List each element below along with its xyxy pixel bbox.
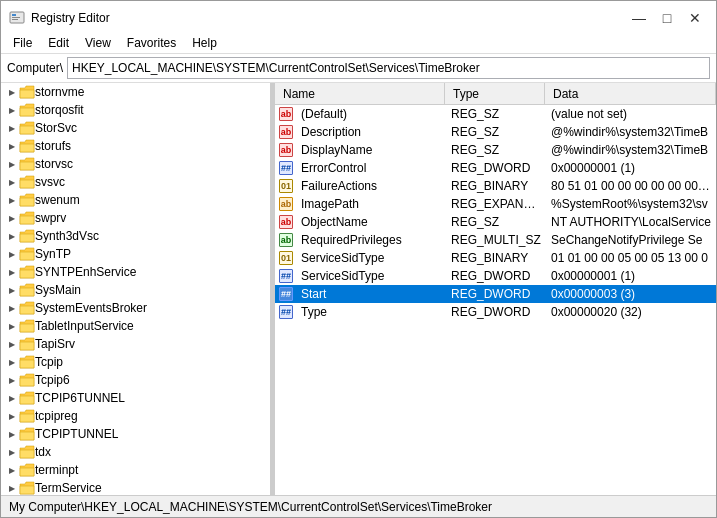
tree-toggle[interactable]: [5, 85, 19, 99]
tree-label: SYNTPEnhService: [35, 265, 136, 279]
tree-item-syntpenhservice[interactable]: SYNTPEnhService: [1, 263, 270, 281]
tree-toggle[interactable]: [5, 157, 19, 171]
tree-toggle[interactable]: [5, 481, 19, 495]
tree-item-swprv[interactable]: swprv: [1, 209, 270, 227]
reg-row-description[interactable]: ab Description REG_SZ @%windir%\system32…: [275, 123, 716, 141]
reg-row-start[interactable]: ## Start REG_DWORD 0x00000003 (3): [275, 285, 716, 303]
folder-icon: [19, 337, 35, 351]
tree-item-tcpiptunnel[interactable]: TCPIPTUNNEL: [1, 425, 270, 443]
reg-row-default[interactable]: ab (Default) REG_SZ (value not set): [275, 105, 716, 123]
close-button[interactable]: ✕: [682, 7, 708, 29]
tree-item-terminpt[interactable]: terminpt: [1, 461, 270, 479]
title-controls: — □ ✕: [626, 7, 708, 29]
tree-item-syntp[interactable]: SynTP: [1, 245, 270, 263]
tree-toggle[interactable]: [5, 175, 19, 189]
minimize-button[interactable]: —: [626, 7, 652, 29]
tree-toggle[interactable]: [5, 409, 19, 423]
col-header-type[interactable]: Type: [445, 83, 545, 104]
tree-label: StorSvc: [35, 121, 77, 135]
tree-toggle[interactable]: [5, 211, 19, 225]
reg-cell-data: 0x00000003 (3): [547, 287, 716, 301]
tree-toggle[interactable]: [5, 121, 19, 135]
tree-item-tdx[interactable]: tdx: [1, 443, 270, 461]
menu-help[interactable]: Help: [184, 33, 225, 53]
reg-row-objectname[interactable]: ab ObjectName REG_SZ NT AUTHORITY\LocalS…: [275, 213, 716, 231]
menu-view[interactable]: View: [77, 33, 119, 53]
tree-toggle[interactable]: [5, 445, 19, 459]
menu-favorites[interactable]: Favorites: [119, 33, 184, 53]
column-headers: Name Type Data: [275, 83, 716, 105]
tree-toggle[interactable]: [5, 193, 19, 207]
tree-toggle[interactable]: [5, 103, 19, 117]
tree-item-svsvc[interactable]: svsvc: [1, 173, 270, 191]
reg-cell-name: ErrorControl: [297, 161, 447, 175]
tree-toggle[interactable]: [5, 229, 19, 243]
col-header-name[interactable]: Name: [275, 83, 445, 104]
reg-cell-data: %SystemRoot%\system32\sv: [547, 197, 716, 211]
tree-item-storqosfit[interactable]: storqosfit: [1, 101, 270, 119]
tree-item-stornvme[interactable]: stornvme: [1, 83, 270, 101]
tree-scroll[interactable]: stornvme storqosfit StorSv: [1, 83, 270, 495]
reg-cell-type: REG_SZ: [447, 107, 547, 121]
tree-toggle[interactable]: [5, 265, 19, 279]
tree-item-sysmain[interactable]: SysMain: [1, 281, 270, 299]
tree-toggle[interactable]: [5, 391, 19, 405]
tree-label: SynTP: [35, 247, 71, 261]
maximize-button[interactable]: □: [654, 7, 680, 29]
tree-label: storqosfit: [35, 103, 84, 117]
tree-toggle[interactable]: [5, 319, 19, 333]
tree-item-storufs[interactable]: storufs: [1, 137, 270, 155]
tree-item-storsvc[interactable]: StorSvc: [1, 119, 270, 137]
tree-item-tcpip6tunnel[interactable]: TCPIP6TUNNEL: [1, 389, 270, 407]
reg-row-type[interactable]: ## Type REG_DWORD 0x00000020 (32): [275, 303, 716, 321]
reg-row-failureactions[interactable]: 01 FailureActions REG_BINARY 80 51 01 00…: [275, 177, 716, 195]
tree-toggle[interactable]: [5, 355, 19, 369]
folder-icon: [19, 121, 35, 135]
menu-file[interactable]: File: [5, 33, 40, 53]
tree-label: stornvme: [35, 85, 84, 99]
reg-row-imagepath[interactable]: ab ImagePath REG_EXPAND_SZ %SystemRoot%\…: [275, 195, 716, 213]
tree-item-tcpip[interactable]: Tcpip: [1, 353, 270, 371]
tree-item-storvsc[interactable]: storvsc: [1, 155, 270, 173]
folder-icon: [19, 427, 35, 441]
col-header-data[interactable]: Data: [545, 83, 716, 104]
right-panel: Name Type Data ab (Default) REG_SZ (valu…: [275, 83, 716, 495]
folder-icon: [19, 373, 35, 387]
tree-item-swenum[interactable]: swenum: [1, 191, 270, 209]
tree-toggle[interactable]: [5, 427, 19, 441]
reg-row-requiredprivileges[interactable]: ab RequiredPrivileges REG_MULTI_SZ SeCha…: [275, 231, 716, 249]
reg-icon-binary: 01: [279, 179, 295, 193]
tree-item-tcpipreg[interactable]: tcpipreg: [1, 407, 270, 425]
reg-cell-name: Type: [297, 305, 447, 319]
folder-icon: [19, 265, 35, 279]
tree-toggle[interactable]: [5, 283, 19, 297]
tree-toggle[interactable]: [5, 139, 19, 153]
tree-item-systemeventsbroker[interactable]: SystemEventsBroker: [1, 299, 270, 317]
folder-icon: [19, 355, 35, 369]
tree-item-tapisrv[interactable]: TapiSrv: [1, 335, 270, 353]
registry-scroll[interactable]: ab (Default) REG_SZ (value not set) ab D…: [275, 105, 716, 495]
tree-toggle[interactable]: [5, 301, 19, 315]
reg-cell-name: Start: [297, 287, 447, 301]
reg-row-servicesidtype-binary[interactable]: 01 ServiceSidType REG_BINARY 01 01 00 00…: [275, 249, 716, 267]
reg-row-servicesidtype-dword[interactable]: ## ServiceSidType REG_DWORD 0x00000001 (…: [275, 267, 716, 285]
tree-item-tcpip6[interactable]: Tcpip6: [1, 371, 270, 389]
tree-toggle[interactable]: [5, 337, 19, 351]
menu-edit[interactable]: Edit: [40, 33, 77, 53]
tree-label: svsvc: [35, 175, 65, 189]
reg-row-displayname[interactable]: ab DisplayName REG_SZ @%windir%\system32…: [275, 141, 716, 159]
reg-icon-sz: ab: [279, 107, 295, 121]
tree-item-tabletinputservice[interactable]: TabletInputService: [1, 317, 270, 335]
reg-icon-dword: ##: [279, 161, 295, 175]
tree-toggle[interactable]: [5, 373, 19, 387]
tree-item-termservice[interactable]: TermService: [1, 479, 270, 495]
reg-row-errorcontrol[interactable]: ## ErrorControl REG_DWORD 0x00000001 (1): [275, 159, 716, 177]
address-input[interactable]: [67, 57, 710, 79]
tree-toggle[interactable]: [5, 463, 19, 477]
tree-label: storufs: [35, 139, 71, 153]
folder-icon: [19, 247, 35, 261]
tree-item-synth3dvsc[interactable]: Synth3dVsc: [1, 227, 270, 245]
main-content: stornvme storqosfit StorSv: [1, 83, 716, 495]
tree-toggle[interactable]: [5, 247, 19, 261]
reg-cell-name: DisplayName: [297, 143, 447, 157]
